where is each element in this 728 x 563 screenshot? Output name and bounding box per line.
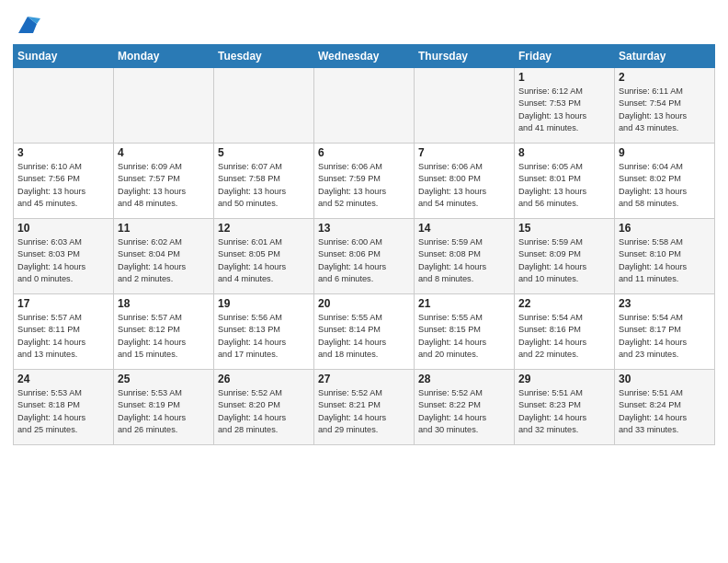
calendar-cell: 13Sunrise: 6:00 AMSunset: 8:06 PMDayligh… (314, 219, 415, 294)
calendar-cell: 15Sunrise: 5:59 AMSunset: 8:09 PMDayligh… (515, 219, 615, 294)
calendar-cell: 4Sunrise: 6:09 AMSunset: 7:57 PMDaylight… (114, 144, 214, 219)
calendar-cell: 26Sunrise: 5:52 AMSunset: 8:20 PMDayligh… (214, 370, 314, 445)
day-info: Sunrise: 6:01 AMSunset: 8:05 PMDaylight:… (218, 236, 310, 285)
day-number: 6 (318, 146, 410, 159)
calendar-cell: 16Sunrise: 5:58 AMSunset: 8:10 PMDayligh… (615, 219, 715, 294)
calendar-cell: 1Sunrise: 6:12 AMSunset: 7:53 PMDaylight… (515, 68, 615, 144)
day-info: Sunrise: 6:03 AMSunset: 8:03 PMDaylight:… (17, 236, 109, 285)
day-number: 5 (218, 146, 310, 159)
day-info: Sunrise: 5:53 AMSunset: 8:19 PMDaylight:… (118, 387, 210, 436)
weekday-saturday: Saturday (615, 45, 715, 68)
calendar-cell (114, 68, 214, 144)
calendar-cell (314, 68, 415, 144)
logo-icon (15, 13, 40, 39)
day-number: 19 (218, 297, 310, 310)
calendar-cell: 17Sunrise: 5:57 AMSunset: 8:11 PMDayligh… (14, 294, 114, 370)
weekday-header-row: SundayMondayTuesdayWednesdayThursdayFrid… (14, 45, 715, 68)
weekday-monday: Monday (114, 45, 214, 68)
day-number: 21 (418, 297, 510, 310)
logo (13, 13, 40, 39)
weekday-friday: Friday (515, 45, 615, 68)
day-number: 12 (218, 222, 310, 235)
day-info: Sunrise: 5:57 AMSunset: 8:12 PMDaylight:… (118, 312, 210, 361)
calendar-cell: 28Sunrise: 5:52 AMSunset: 8:22 PMDayligh… (415, 370, 515, 445)
calendar-cell (14, 68, 114, 144)
day-info: Sunrise: 5:56 AMSunset: 8:13 PMDaylight:… (218, 312, 310, 361)
day-info: Sunrise: 5:58 AMSunset: 8:10 PMDaylight:… (619, 236, 711, 285)
weekday-tuesday: Tuesday (214, 45, 314, 68)
calendar-cell: 23Sunrise: 5:54 AMSunset: 8:17 PMDayligh… (615, 294, 715, 370)
page: SundayMondayTuesdayWednesdayThursdayFrid… (0, 0, 728, 458)
calendar-cell: 20Sunrise: 5:55 AMSunset: 8:14 PMDayligh… (314, 294, 415, 370)
day-number: 16 (619, 222, 711, 235)
day-info: Sunrise: 6:04 AMSunset: 8:02 PMDaylight:… (619, 161, 711, 210)
day-info: Sunrise: 5:55 AMSunset: 8:14 PMDaylight:… (318, 312, 410, 361)
header (13, 9, 715, 39)
day-info: Sunrise: 6:10 AMSunset: 7:56 PMDaylight:… (17, 161, 109, 210)
calendar-cell: 24Sunrise: 5:53 AMSunset: 8:18 PMDayligh… (14, 370, 114, 445)
day-info: Sunrise: 5:52 AMSunset: 8:22 PMDaylight:… (418, 387, 510, 436)
day-number: 2 (619, 71, 711, 84)
calendar-week-1: 1Sunrise: 6:12 AMSunset: 7:53 PMDaylight… (14, 68, 715, 144)
day-info: Sunrise: 5:57 AMSunset: 8:11 PMDaylight:… (17, 312, 109, 361)
calendar-cell: 7Sunrise: 6:06 AMSunset: 8:00 PMDaylight… (415, 144, 515, 219)
day-info: Sunrise: 5:59 AMSunset: 8:08 PMDaylight:… (418, 236, 510, 285)
day-number: 26 (218, 373, 310, 385)
day-number: 18 (118, 297, 210, 310)
calendar-cell: 19Sunrise: 5:56 AMSunset: 8:13 PMDayligh… (214, 294, 314, 370)
calendar-week-4: 17Sunrise: 5:57 AMSunset: 8:11 PMDayligh… (14, 294, 715, 370)
calendar-table: SundayMondayTuesdayWednesdayThursdayFrid… (13, 44, 715, 445)
day-number: 25 (118, 373, 210, 385)
day-number: 9 (619, 146, 711, 159)
day-number: 13 (318, 222, 410, 235)
calendar-cell: 2Sunrise: 6:11 AMSunset: 7:54 PMDaylight… (615, 68, 715, 144)
day-number: 4 (118, 146, 210, 159)
day-number: 14 (418, 222, 510, 235)
day-number: 29 (518, 373, 610, 385)
day-info: Sunrise: 5:53 AMSunset: 8:18 PMDaylight:… (17, 387, 109, 436)
calendar-cell: 5Sunrise: 6:07 AMSunset: 7:58 PMDaylight… (214, 144, 314, 219)
weekday-sunday: Sunday (14, 45, 114, 68)
calendar-cell: 29Sunrise: 5:51 AMSunset: 8:23 PMDayligh… (515, 370, 615, 445)
day-number: 7 (418, 146, 510, 159)
calendar-cell: 3Sunrise: 6:10 AMSunset: 7:56 PMDaylight… (14, 144, 114, 219)
day-info: Sunrise: 5:51 AMSunset: 8:23 PMDaylight:… (518, 387, 610, 436)
day-number: 8 (518, 146, 610, 159)
day-info: Sunrise: 6:09 AMSunset: 7:57 PMDaylight:… (118, 161, 210, 210)
day-info: Sunrise: 5:59 AMSunset: 8:09 PMDaylight:… (518, 236, 610, 285)
day-info: Sunrise: 6:07 AMSunset: 7:58 PMDaylight:… (218, 161, 310, 210)
calendar-cell (214, 68, 314, 144)
day-info: Sunrise: 6:06 AMSunset: 7:59 PMDaylight:… (318, 161, 410, 210)
calendar-cell: 27Sunrise: 5:52 AMSunset: 8:21 PMDayligh… (314, 370, 415, 445)
calendar-cell: 21Sunrise: 5:55 AMSunset: 8:15 PMDayligh… (415, 294, 515, 370)
day-info: Sunrise: 5:52 AMSunset: 8:21 PMDaylight:… (318, 387, 410, 436)
day-number: 1 (518, 71, 610, 84)
day-info: Sunrise: 5:55 AMSunset: 8:15 PMDaylight:… (418, 312, 510, 361)
day-number: 11 (118, 222, 210, 235)
day-info: Sunrise: 6:12 AMSunset: 7:53 PMDaylight:… (518, 86, 610, 134)
day-info: Sunrise: 6:11 AMSunset: 7:54 PMDaylight:… (619, 86, 711, 134)
calendar-cell: 30Sunrise: 5:51 AMSunset: 8:24 PMDayligh… (615, 370, 715, 445)
calendar-cell: 6Sunrise: 6:06 AMSunset: 7:59 PMDaylight… (314, 144, 415, 219)
day-number: 15 (518, 222, 610, 235)
day-info: Sunrise: 6:02 AMSunset: 8:04 PMDaylight:… (118, 236, 210, 285)
calendar-cell: 11Sunrise: 6:02 AMSunset: 8:04 PMDayligh… (114, 219, 214, 294)
day-number: 30 (619, 373, 711, 385)
day-number: 10 (17, 222, 109, 235)
calendar-cell: 9Sunrise: 6:04 AMSunset: 8:02 PMDaylight… (615, 144, 715, 219)
day-number: 20 (318, 297, 410, 310)
calendar-cell: 10Sunrise: 6:03 AMSunset: 8:03 PMDayligh… (14, 219, 114, 294)
day-number: 22 (518, 297, 610, 310)
calendar-cell: 22Sunrise: 5:54 AMSunset: 8:16 PMDayligh… (515, 294, 615, 370)
day-info: Sunrise: 5:54 AMSunset: 8:16 PMDaylight:… (518, 312, 610, 361)
day-info: Sunrise: 6:00 AMSunset: 8:06 PMDaylight:… (318, 236, 410, 285)
day-info: Sunrise: 5:51 AMSunset: 8:24 PMDaylight:… (619, 387, 711, 436)
day-number: 24 (17, 373, 109, 385)
day-info: Sunrise: 6:06 AMSunset: 8:00 PMDaylight:… (418, 161, 510, 210)
calendar-week-2: 3Sunrise: 6:10 AMSunset: 7:56 PMDaylight… (14, 144, 715, 219)
day-number: 17 (17, 297, 109, 310)
calendar-cell: 14Sunrise: 5:59 AMSunset: 8:08 PMDayligh… (415, 219, 515, 294)
weekday-thursday: Thursday (415, 45, 515, 68)
weekday-wednesday: Wednesday (314, 45, 415, 68)
day-info: Sunrise: 5:54 AMSunset: 8:17 PMDaylight:… (619, 312, 711, 361)
